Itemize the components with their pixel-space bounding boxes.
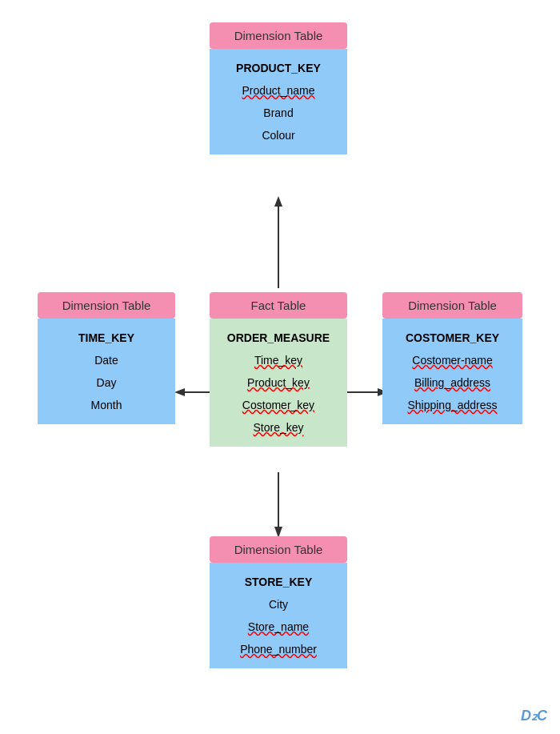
field-brand: Brand bbox=[222, 102, 334, 124]
field-colour: Colour bbox=[222, 124, 334, 146]
bottom-dimension-table: Dimension Table STORE_KEY City Store_nam… bbox=[210, 536, 347, 668]
field-day: Day bbox=[50, 371, 162, 394]
top-dimension-body: PRODUCT_KEY Product_name Brand Colour bbox=[210, 49, 347, 154]
bottom-dimension-body: STORE_KEY City Store_name Phone_number bbox=[210, 563, 347, 668]
field-store-name: Store_name bbox=[222, 616, 334, 638]
field-month: Month bbox=[50, 394, 162, 416]
center-fact-table: Fact Table ORDER_MEASURE Time_key Produc… bbox=[210, 292, 347, 447]
center-fact-body: ORDER_MEASURE Time_key Product_key Costo… bbox=[210, 319, 347, 447]
field-costomer-key-fact: Costomer_key bbox=[222, 394, 334, 416]
svg-marker-5 bbox=[174, 388, 185, 396]
left-dimension-table: Dimension Table TIME_KEY Date Day Month bbox=[38, 292, 175, 424]
top-dimension-table: Dimension Table PRODUCT_KEY Product_name… bbox=[210, 22, 347, 154]
field-costomer-name: Costomer-name bbox=[395, 349, 510, 371]
field-billing-address: Billing_address bbox=[395, 371, 510, 394]
top-dimension-header: Dimension Table bbox=[210, 22, 347, 49]
field-shipping-address: Shipping_address bbox=[395, 394, 510, 416]
field-city: City bbox=[222, 593, 334, 616]
field-phone-number: Phone_number bbox=[222, 638, 334, 660]
field-product-key: PRODUCT_KEY bbox=[222, 57, 334, 79]
field-store-key: STORE_KEY bbox=[222, 571, 334, 593]
watermark: D₂C bbox=[521, 707, 547, 724]
bottom-dimension-header: Dimension Table bbox=[210, 536, 347, 563]
field-product-key-fact: Product_key bbox=[222, 371, 334, 394]
field-time-key-fact: Time_key bbox=[222, 349, 334, 371]
field-product-name: Product_name bbox=[222, 79, 334, 102]
right-dimension-body: COSTOMER_KEY Costomer-name Billing_addre… bbox=[382, 319, 522, 424]
left-dimension-body: TIME_KEY Date Day Month bbox=[38, 319, 175, 424]
left-dimension-header: Dimension Table bbox=[38, 292, 175, 319]
field-time-key: TIME_KEY bbox=[50, 327, 162, 349]
field-store-key-fact: Store_key bbox=[222, 416, 334, 439]
field-order-measure: ORDER_MEASURE bbox=[222, 327, 334, 349]
field-date: Date bbox=[50, 349, 162, 371]
diagram-container: Dimension Table PRODUCT_KEY Product_name… bbox=[0, 0, 560, 734]
field-costomer-key: COSTOMER_KEY bbox=[395, 327, 510, 349]
right-dimension-header: Dimension Table bbox=[382, 292, 522, 319]
svg-marker-1 bbox=[274, 196, 282, 207]
right-dimension-table: Dimension Table COSTOMER_KEY Costomer-na… bbox=[382, 292, 522, 424]
center-fact-header: Fact Table bbox=[210, 292, 347, 319]
